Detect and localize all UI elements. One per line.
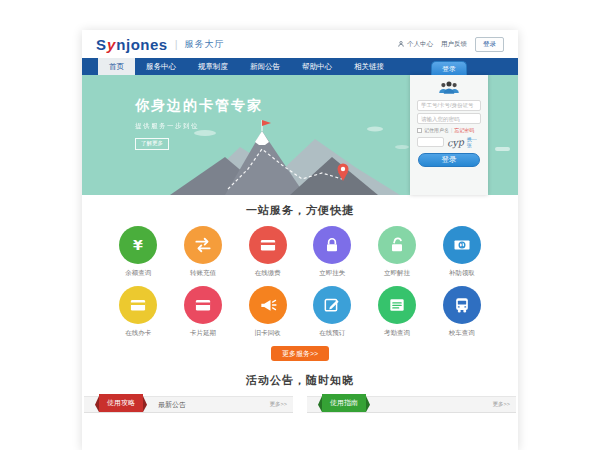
hero-title: 你身边的卡管专家 (135, 97, 263, 115)
panel-ribbon-tab[interactable]: 使用攻略 (99, 394, 143, 412)
service-item-8[interactable]: 旧卡回收 (235, 286, 300, 338)
card-icon (119, 286, 157, 324)
schedule-icon (378, 286, 416, 324)
announcement-panel-1: 使用指南更多>> (307, 396, 516, 443)
nav-item-4[interactable]: 帮助中心 (291, 58, 343, 75)
service-label: 余额查询 (125, 269, 151, 278)
lock-icon (313, 226, 351, 264)
panel-header: 使用指南更多>> (307, 396, 516, 413)
logo: Synjones (96, 36, 168, 53)
page-container: Synjones | 服务大厅 个人中心 用户反馈 登录 首页服务中心规章制度新… (82, 30, 518, 450)
hero-banner: 你身边的卡管专家 提供服务一步到位 了解更多 登录 (82, 75, 518, 195)
login-tab[interactable]: 登录 (431, 61, 467, 75)
svg-text:¥: ¥ (133, 237, 143, 253)
announcements-title: 活动公告，随时知晓 (82, 361, 518, 388)
remember-divider: | (451, 127, 452, 133)
nav-item-5[interactable]: 相关链接 (343, 58, 395, 75)
panel-body (84, 413, 293, 443)
yen-icon: ¥ (119, 226, 157, 264)
captcha-input[interactable] (417, 137, 444, 147)
unlock-icon (378, 226, 416, 264)
users-icon (435, 79, 463, 97)
login-submit-button[interactable]: 登录 (418, 153, 480, 167)
logo-text-s: S (96, 36, 107, 53)
logo-swoosh: y (107, 36, 116, 53)
personal-center-link[interactable]: 个人中心 (397, 40, 433, 49)
service-label: 旧卡回收 (255, 329, 281, 338)
services-title: 一站服务，方便快捷 (82, 195, 518, 218)
announcement-panel-0: 使用攻略最新公告更多>> (84, 396, 293, 443)
password-input[interactable] (417, 113, 481, 124)
service-item-1[interactable]: 转账充值 (171, 226, 236, 278)
nav-item-3[interactable]: 新闻公告 (239, 58, 291, 75)
remember-checkbox[interactable] (417, 128, 422, 133)
logo-text-rest: njones (116, 36, 167, 53)
service-label: 校车查询 (449, 329, 475, 338)
service-label: 转账充值 (190, 269, 216, 278)
captcha-row: cyp 换一张 (417, 136, 481, 148)
service-item-2[interactable]: 在线缴费 (235, 226, 300, 278)
header-links: 个人中心 用户反馈 登录 (397, 37, 504, 52)
panel-ribbon-tab[interactable]: 使用指南 (322, 394, 366, 412)
nav-item-2[interactable]: 规章制度 (187, 58, 239, 75)
username-input[interactable] (417, 100, 481, 111)
panel-body (307, 413, 516, 443)
service-item-11[interactable]: 校车查询 (429, 286, 494, 338)
hero-cta-button[interactable]: 了解更多 (135, 138, 169, 150)
service-item-3[interactable]: 立即挂失 (300, 226, 365, 278)
megaphone-icon (249, 286, 287, 324)
service-label: 补助领取 (449, 269, 475, 278)
header: Synjones | 服务大厅 个人中心 用户反馈 登录 (82, 30, 518, 58)
panel-more-link[interactable]: 更多>> (493, 401, 510, 408)
personal-center-label: 个人中心 (407, 40, 433, 49)
remember-row: 记住用户名 | 忘记密码 (417, 127, 481, 133)
panel-secondary-tab[interactable]: 最新公告 (158, 400, 186, 410)
nav-item-0[interactable]: 首页 (98, 58, 135, 75)
service-item-5[interactable]: 1补助领取 (429, 226, 494, 278)
panel-header: 使用攻略最新公告更多>> (84, 396, 293, 413)
service-item-4[interactable]: 立即解挂 (365, 226, 430, 278)
more-services-button[interactable]: 更多服务>> (271, 346, 329, 361)
service-label: 在线预订 (319, 329, 345, 338)
site-name: 服务大厅 (185, 38, 225, 51)
captcha-refresh-link[interactable]: 换一张 (467, 136, 481, 148)
cloud-decoration (495, 147, 510, 151)
services-grid: ¥余额查询转账充值在线缴费立即挂失立即解挂1补助领取在线办卡卡片延期旧卡回收在线… (82, 218, 518, 338)
forgot-password-link[interactable]: 忘记密码 (454, 127, 474, 133)
service-item-0[interactable]: ¥余额查询 (106, 226, 171, 278)
captcha-image[interactable]: cyp (447, 136, 465, 148)
bus-icon (443, 286, 481, 324)
service-label: 立即解挂 (384, 269, 410, 278)
service-label: 在线缴费 (255, 269, 281, 278)
service-item-6[interactable]: 在线办卡 (106, 286, 171, 338)
edit-icon (313, 286, 351, 324)
card-icon (184, 286, 222, 324)
hero-subtitle: 提供服务一步到位 (135, 122, 263, 131)
hero-text: 你身边的卡管专家 提供服务一步到位 了解更多 (135, 97, 263, 150)
service-item-10[interactable]: 考勤查询 (365, 286, 430, 338)
remember-label: 记住用户名 (424, 127, 449, 133)
person-icon (397, 40, 405, 48)
card-icon (249, 226, 287, 264)
user-feedback-link[interactable]: 用户反馈 (441, 40, 467, 49)
banknote-icon: 1 (443, 226, 481, 264)
service-item-7[interactable]: 卡片延期 (171, 286, 236, 338)
svg-text:1: 1 (460, 242, 464, 248)
service-item-9[interactable]: 在线预订 (300, 286, 365, 338)
header-login-button[interactable]: 登录 (475, 37, 504, 52)
nav-item-1[interactable]: 服务中心 (135, 58, 187, 75)
service-label: 卡片延期 (190, 329, 216, 338)
transfer-icon (184, 226, 222, 264)
login-panel: 登录 记住用户名 | 忘记密码 c (410, 75, 488, 195)
announcement-panels: 使用攻略最新公告更多>>使用指南更多>> (82, 396, 518, 443)
panel-more-link[interactable]: 更多>> (270, 401, 287, 408)
service-label: 立即挂失 (319, 269, 345, 278)
user-feedback-label: 用户反馈 (441, 40, 467, 49)
logo-divider: | (175, 38, 178, 50)
service-label: 在线办卡 (125, 329, 151, 338)
service-label: 考勤查询 (384, 329, 410, 338)
